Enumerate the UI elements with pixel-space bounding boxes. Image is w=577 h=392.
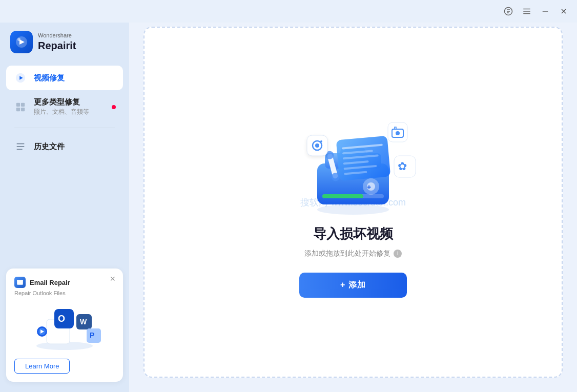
promo-header: Email Repair xyxy=(14,277,115,288)
drop-zone[interactable]: 搜软网-www.secruan.com xyxy=(143,27,563,378)
info-icon[interactable]: i xyxy=(394,250,402,258)
svg-text:P: P xyxy=(90,331,94,339)
svg-text:+: + xyxy=(367,183,371,191)
sidebar-item-more-repair[interactable]: 更多类型修复 照片、文档、音频等 xyxy=(6,92,123,121)
logo-text: Wondershare Repairit xyxy=(38,32,76,51)
svg-rect-14 xyxy=(21,107,25,111)
minimize-button[interactable] xyxy=(536,2,554,20)
more-repair-sub: 照片、文档、音频等 xyxy=(34,108,89,116)
svg-point-52 xyxy=(320,140,322,142)
svg-rect-12 xyxy=(21,102,25,106)
history-label: 历史文件 xyxy=(34,142,65,152)
brand-name: Wondershare xyxy=(38,32,76,39)
video-repair-content: 视频修复 xyxy=(34,73,65,83)
email-repair-icon xyxy=(14,277,26,288)
more-repair-label: 更多类型修复 xyxy=(34,97,89,107)
close-button[interactable] xyxy=(554,2,573,20)
svg-text:✿: ✿ xyxy=(398,160,407,173)
app-logo-icon xyxy=(10,31,33,53)
video-repair-label: 视频修复 xyxy=(34,73,65,83)
drop-title: 导入损坏视频 xyxy=(313,225,393,243)
add-button[interactable]: + 添加 xyxy=(299,273,407,298)
drop-subtitle: 添加或拖放到此处开始修复 i xyxy=(304,249,402,258)
video-repair-icon xyxy=(13,71,28,85)
svg-text:O: O xyxy=(58,314,65,324)
menu-button[interactable] xyxy=(518,2,536,20)
promo-image: O W P xyxy=(14,301,115,353)
svg-rect-11 xyxy=(16,102,20,106)
history-content: 历史文件 xyxy=(34,142,65,152)
sidebar-item-history[interactable]: 历史文件 xyxy=(6,134,123,159)
more-repair-content: 更多类型修复 照片、文档、音频等 xyxy=(34,97,89,116)
logo-area: Wondershare Repairit xyxy=(0,23,129,66)
sidebar-divider xyxy=(14,128,115,128)
title-bar xyxy=(0,0,577,23)
nav-menu: 视频修复 更多类型修复 照片、文档、音频等 xyxy=(0,66,129,159)
svg-point-60 xyxy=(317,204,389,215)
promo-card: ✕ Email Repair Repair Outlook Files O xyxy=(6,269,123,382)
svg-rect-40 xyxy=(322,194,363,198)
feedback-button[interactable] xyxy=(499,2,518,20)
illustration: + xyxy=(286,107,420,225)
svg-point-51 xyxy=(315,143,319,148)
svg-point-8 xyxy=(17,38,20,41)
promo-subtitle: Repair Outlook Files xyxy=(14,290,115,296)
sidebar-item-video-repair[interactable]: 视频修复 xyxy=(6,66,123,90)
product-name: Repairit xyxy=(38,39,76,52)
history-icon xyxy=(13,139,28,154)
learn-more-button[interactable]: Learn More xyxy=(14,359,70,374)
sidebar: Wondershare Repairit 视频修复 xyxy=(0,0,129,392)
promo-close-button[interactable]: ✕ xyxy=(108,274,118,284)
svg-text:W: W xyxy=(80,318,87,326)
svg-rect-13 xyxy=(16,107,20,111)
more-repair-icon xyxy=(13,100,28,114)
notification-dot xyxy=(112,105,116,109)
promo-title: Email Repair xyxy=(30,279,70,286)
svg-point-56 xyxy=(396,131,400,135)
main-content: 搜软网-www.secruan.com xyxy=(129,0,577,392)
